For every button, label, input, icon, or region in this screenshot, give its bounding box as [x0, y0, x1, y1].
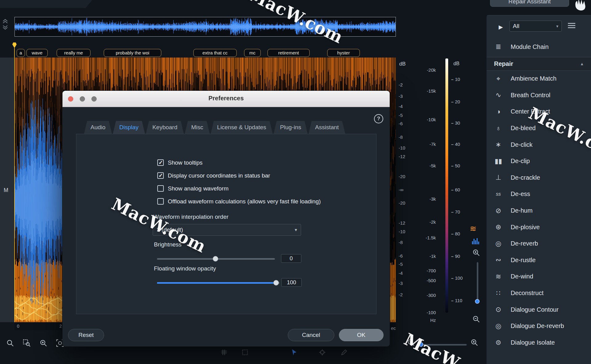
tab-audio[interactable]: Audio: [84, 121, 112, 134]
module-item-dialogue-de-reverb[interactable]: ◎Dialogue De-reverb: [487, 318, 591, 334]
heatmap-display-icon[interactable]: ≋: [470, 224, 476, 234]
display-options-list: ✓Show tooltips✓Display cursor coordinate…: [157, 158, 321, 206]
clip-label[interactable]: hyster: [327, 49, 360, 57]
zoom-in-tool-icon[interactable]: [39, 339, 49, 348]
opacity-value[interactable]: 100: [281, 278, 302, 287]
module-filter-select[interactable]: All ▾: [509, 21, 562, 32]
crosshair-tool-icon[interactable]: [319, 349, 326, 356]
module-item-de-plosive[interactable]: ⊛De-plosive: [487, 219, 591, 235]
module-item-de-hum[interactable]: ⊘De-hum: [487, 202, 591, 219]
module-chain-label: Module Chain: [511, 43, 549, 50]
db-scale-label: -8: [399, 240, 403, 245]
spectrum-display-icon[interactable]: [472, 238, 480, 244]
module-item-de-clip[interactable]: ▮▮De-clip: [487, 153, 591, 170]
checkbox-box[interactable]: ✓: [157, 172, 164, 179]
tab-license-updates[interactable]: License & Updates: [211, 121, 273, 134]
ok-button[interactable]: OK: [339, 329, 384, 341]
frequency-scale-label: -15k: [416, 88, 436, 94]
module-item-breath-control[interactable]: ∿Breath Control: [487, 87, 591, 104]
opacity-slider[interactable]: [157, 282, 279, 284]
brightness-value[interactable]: 0: [281, 254, 301, 263]
checkbox-display-cursor-coordinates-in-status-bar[interactable]: ✓Display cursor coordinates in status ba…: [157, 171, 321, 180]
cancel-button[interactable]: Cancel: [288, 329, 334, 341]
module-item-label: De-click: [511, 141, 533, 148]
db-scale-label: -8: [399, 134, 403, 140]
checkbox-label: Show tooltips: [168, 159, 203, 166]
module-item-de-rustle[interactable]: ∾De-rustle: [487, 252, 591, 269]
track-header[interactable]: M: [0, 58, 14, 322]
clip-label[interactable]: extra that cc: [193, 49, 237, 57]
module-panel: ▶ All ▾ ≣ Module Chain Repair ▲ ⌖Ambienc…: [486, 15, 591, 364]
panel-menu-icon[interactable]: [567, 22, 576, 29]
checkbox-box[interactable]: ✓: [157, 159, 164, 166]
tab-display[interactable]: Display: [113, 121, 145, 134]
frequency-scale-label: -500: [416, 278, 436, 283]
reset-button[interactable]: Reset: [68, 329, 104, 341]
pencil-tool-icon[interactable]: [340, 349, 348, 356]
marquee-tool-icon[interactable]: [241, 349, 249, 356]
zoom-tool-icon[interactable]: [6, 339, 15, 348]
dialog-titlebar[interactable]: Preferences: [62, 91, 390, 107]
brightness-slider-handle[interactable]: [213, 256, 218, 262]
collapse-expand-icons[interactable]: [2, 19, 8, 31]
module-item-label: De-crackle: [511, 174, 540, 181]
db-scale-label: -20: [399, 200, 405, 206]
pointer-tool-icon[interactable]: [290, 349, 298, 356]
ambience-match-icon: ⌖: [493, 75, 504, 83]
playhead-marker[interactable]: [12, 42, 17, 48]
preview-play-icon[interactable]: ▶: [499, 24, 503, 30]
tab-assistant[interactable]: Assistant: [308, 121, 345, 134]
clip-label[interactable]: probably the woi: [104, 49, 161, 57]
legend-title: dB: [453, 61, 460, 66]
legend-scale-label: 80: [451, 231, 460, 236]
module-item-label: De-wind: [511, 273, 533, 280]
clip-label[interactable]: a: [17, 49, 25, 57]
module-chain-item[interactable]: ≣ Module Chain: [487, 40, 591, 54]
repair-assistant-button[interactable]: Repair Assistant: [490, 0, 569, 7]
zoom-in-horizontal-icon[interactable]: [470, 338, 478, 346]
module-item-ambience-match[interactable]: ⌖Ambience Match: [487, 70, 591, 87]
vertical-zoom-handle[interactable]: [475, 299, 480, 304]
checkbox-show-tooltips[interactable]: ✓Show tooltips: [157, 158, 321, 167]
chevron-up-icon: [2, 19, 8, 23]
module-filter-value: All: [513, 23, 519, 30]
grid-tool-icon[interactable]: [220, 349, 228, 356]
opacity-slider-fill: [157, 282, 275, 284]
chevron-down-icon: [2, 25, 8, 30]
tab-plug-ins[interactable]: Plug-ins: [274, 121, 308, 134]
checkbox-offload-waveform-calculations-allows-ver[interactable]: Offload waveform calculations (allows ve…: [157, 197, 321, 206]
module-item-label: De-ess: [511, 190, 530, 198]
clip-label[interactable]: really me: [57, 49, 90, 57]
module-item-de-crackle[interactable]: ⊥De-crackle: [487, 170, 591, 186]
module-item-deconstruct[interactable]: ∷Deconstruct: [487, 285, 591, 302]
repair-section-label: Repair: [494, 60, 513, 67]
tab-keyboard[interactable]: Keyboard: [146, 121, 184, 134]
checkbox-box[interactable]: [157, 198, 164, 205]
frequency-scale-label: -1k: [416, 254, 436, 259]
module-item-dialogue-contour[interactable]: ⊙Dialogue Contour: [487, 301, 591, 318]
clip-label[interactable]: wave: [26, 49, 48, 57]
spectrogram-legend-bar: [445, 58, 448, 313]
amplitude-scale-title: dB: [399, 61, 406, 67]
dialog-title: Preferences: [62, 95, 390, 102]
vertical-zoom-slider[interactable]: [477, 262, 478, 302]
clip-label[interactable]: retirement: [267, 49, 310, 57]
zoom-in-vertical-icon[interactable]: [472, 249, 480, 257]
opacity-slider-handle[interactable]: [273, 280, 279, 286]
help-button[interactable]: ?: [374, 114, 383, 123]
checkbox-box[interactable]: [157, 185, 164, 192]
module-item-label: Deconstruct: [511, 290, 544, 297]
clip-label[interactable]: mc: [244, 49, 261, 57]
zoom-out-vertical-icon[interactable]: [472, 315, 480, 323]
module-item-de-ess[interactable]: ssDe-ess: [487, 186, 591, 202]
module-item-label: De-plosive: [511, 224, 540, 231]
module-item-de-reverb[interactable]: ◎De-reverb: [487, 235, 591, 252]
frequency-scale-label: -10k: [416, 117, 436, 122]
tab-misc[interactable]: Misc: [185, 121, 210, 134]
module-item-de-wind[interactable]: ≋De-wind: [487, 268, 591, 285]
checkbox-label: Display cursor coordinates in status bar: [168, 172, 270, 179]
zoom-selection-tool-icon[interactable]: [23, 339, 32, 348]
repair-section-header[interactable]: Repair ▲: [487, 57, 591, 71]
checkbox-show-analog-waveform[interactable]: Show analog waveform: [157, 184, 321, 193]
module-item-dialogue-isolate[interactable]: ⊜Dialogue Isolate: [487, 334, 591, 351]
